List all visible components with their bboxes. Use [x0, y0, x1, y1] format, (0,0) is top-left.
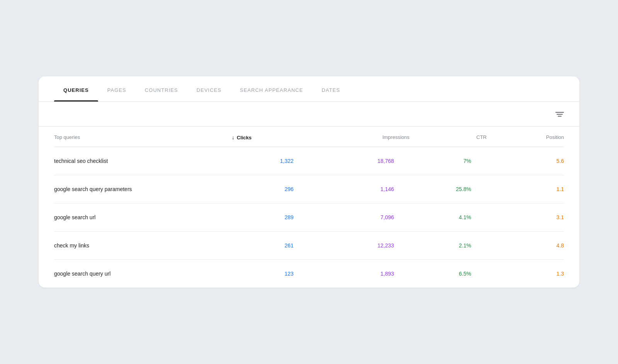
filter-bar	[39, 102, 579, 127]
cell-ctr: 4.1%	[409, 214, 487, 220]
cell-impressions: 12,233	[309, 242, 409, 249]
filter-button[interactable]	[555, 112, 564, 117]
tab-devices[interactable]: DEVICES	[187, 76, 231, 102]
col-header-query: Top queries	[54, 134, 232, 141]
tab-countries[interactable]: COUNTRIES	[136, 76, 187, 102]
cell-clicks: 289	[232, 214, 309, 220]
cell-impressions: 1,146	[309, 186, 409, 192]
table-row: technical seo checklist 1,322 18,768 7% …	[54, 147, 564, 175]
cell-clicks: 261	[232, 242, 309, 249]
cell-clicks: 1,322	[232, 158, 309, 164]
table-row: google search query url 123 1,893 6.5% 1…	[54, 260, 564, 288]
cell-ctr: 2.1%	[409, 242, 487, 249]
col-header-impressions[interactable]: Impressions	[309, 134, 409, 141]
tab-dates[interactable]: DATES	[312, 76, 350, 102]
cell-ctr: 7%	[409, 158, 487, 164]
cell-ctr: 25.8%	[409, 186, 487, 192]
tab-pages[interactable]: PAGES	[98, 76, 136, 102]
cell-query: google search query url	[54, 271, 232, 277]
cell-position: 1.3	[487, 271, 564, 277]
tab-bar: QUERIES PAGES COUNTRIES DEVICES SEARCH A…	[39, 76, 579, 102]
cell-position: 3.1	[487, 214, 564, 220]
cell-impressions: 1,893	[309, 271, 409, 277]
table-row: google search query parameters 296 1,146…	[54, 175, 564, 203]
cell-position: 5.6	[487, 158, 564, 164]
cell-query: technical seo checklist	[54, 158, 232, 164]
tab-queries[interactable]: QUERIES	[54, 76, 98, 102]
cell-query: check my links	[54, 242, 232, 249]
tab-search-appearance[interactable]: SEARCH APPEARANCE	[231, 76, 312, 102]
cell-ctr: 6.5%	[409, 271, 487, 277]
table-row: google search url 289 7,096 4.1% 3.1	[54, 203, 564, 232]
col-header-position[interactable]: Position	[487, 134, 564, 141]
cell-query: google search query parameters	[54, 186, 232, 192]
col-header-ctr[interactable]: CTR	[409, 134, 487, 141]
cell-clicks: 296	[232, 186, 309, 192]
cell-impressions: 18,768	[309, 158, 409, 164]
sort-arrow-icon: ↓	[232, 134, 234, 141]
cell-position: 4.8	[487, 242, 564, 249]
table-row: check my links 261 12,233 2.1% 4.8	[54, 232, 564, 260]
table-header: Top queries ↓ Clicks Impressions CTR Pos…	[54, 127, 564, 147]
main-card: QUERIES PAGES COUNTRIES DEVICES SEARCH A…	[39, 76, 579, 288]
data-table: Top queries ↓ Clicks Impressions CTR Pos…	[39, 127, 579, 288]
col-header-clicks[interactable]: ↓ Clicks	[232, 134, 309, 141]
cell-impressions: 7,096	[309, 214, 409, 220]
cell-position: 1.1	[487, 186, 564, 192]
cell-clicks: 123	[232, 271, 309, 277]
cell-query: google search url	[54, 214, 232, 220]
